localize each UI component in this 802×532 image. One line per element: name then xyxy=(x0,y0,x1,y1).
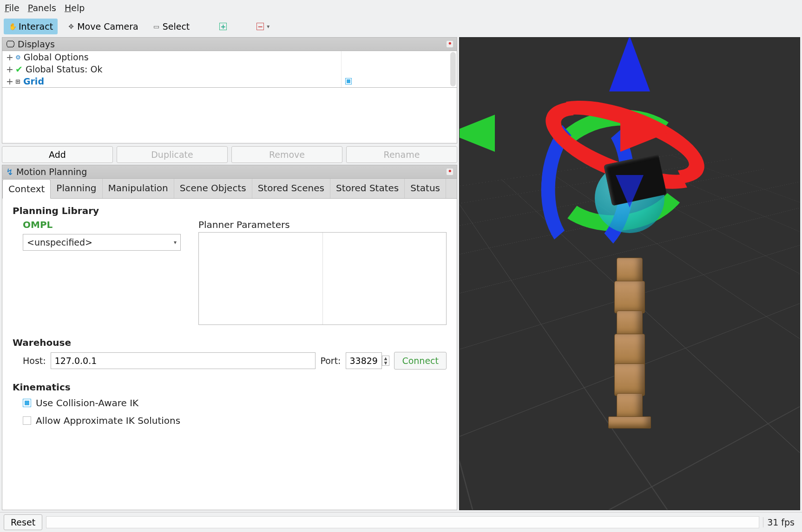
robot-link xyxy=(617,393,643,419)
spinner-buttons[interactable]: ▲▼ xyxy=(382,356,390,366)
motion-planning-header[interactable]: ↯ Motion Planning xyxy=(2,165,457,179)
scrollbar[interactable] xyxy=(450,52,456,86)
warehouse-title: Warehouse xyxy=(13,337,447,348)
chevron-down-icon: ▾ xyxy=(174,239,177,246)
fps-readout: 31 fps xyxy=(763,517,798,527)
tree-row-grid[interactable]: + ⊞ Grid xyxy=(2,75,341,87)
close-icon[interactable] xyxy=(447,41,453,47)
grid-checkbox[interactable] xyxy=(345,78,352,84)
planner-select[interactable]: <unspecified> ▾ xyxy=(23,234,181,251)
tab-status[interactable]: Status xyxy=(405,179,446,198)
warehouse-row: Host: Port: ▲▼ Connect xyxy=(23,352,447,370)
move-camera-label: Move Camera xyxy=(77,21,138,32)
gear-icon: ⚙ xyxy=(15,54,21,61)
kinematics-title: Kinematics xyxy=(13,382,447,393)
select-button[interactable]: ▭ Select xyxy=(148,19,195,34)
chevron-up-icon[interactable]: ▲ xyxy=(382,356,389,361)
check-icon: ✔ xyxy=(15,64,23,74)
tab-manipulation[interactable]: Manipulation xyxy=(103,179,174,198)
select-icon: ▭ xyxy=(152,22,161,31)
3d-viewport[interactable]: ◂ ▸ xyxy=(459,37,800,510)
close-icon[interactable] xyxy=(447,169,453,175)
mp-tabs: Context Planning Manipulation Scene Obje… xyxy=(2,179,457,199)
displays-tree[interactable]: + ⚙ Global Options + ✔ Global Status: Ok… xyxy=(2,51,457,88)
select-label: Select xyxy=(163,21,190,32)
planner-params-title: Planner Parameters xyxy=(198,219,447,230)
plus-icon: + xyxy=(219,23,227,30)
add-button[interactable]: Add xyxy=(2,146,113,163)
translate-arrow-x[interactable] xyxy=(620,115,667,152)
left-column: 🖵 Displays + ⚙ Global Options + ✔ xyxy=(2,37,457,510)
expand-icon[interactable]: + xyxy=(6,64,13,74)
duplicate-button: Duplicate xyxy=(117,146,228,163)
robot-link xyxy=(617,311,643,337)
planner-params-box[interactable] xyxy=(198,232,447,325)
status-bar: Reset 31 fps xyxy=(0,512,802,532)
main-area: 🖵 Displays + ⚙ Global Options + ✔ xyxy=(0,37,802,512)
add-tool-button[interactable]: + xyxy=(215,20,231,33)
tab-context[interactable]: Context xyxy=(2,179,51,199)
port-spinner[interactable]: ▲▼ xyxy=(346,352,390,369)
approx-ik-row[interactable]: Allow Approximate IK Solutions xyxy=(23,415,447,426)
robot-link xyxy=(614,363,645,396)
planning-library-title: Planning Library xyxy=(13,205,447,216)
tab-stored-scenes[interactable]: Stored Scenes xyxy=(252,179,330,198)
status-spacer xyxy=(46,516,759,528)
tree-row-global-options[interactable]: + ⚙ Global Options xyxy=(2,51,341,63)
motion-planning-body: Context Planning Manipulation Scene Obje… xyxy=(2,179,457,510)
remove-button: Remove xyxy=(231,146,342,163)
collision-ik-label: Use Collision-Aware IK xyxy=(36,397,138,409)
approx-ik-label: Allow Approximate IK Solutions xyxy=(36,415,180,426)
displays-description xyxy=(2,88,457,143)
rename-button: Rename xyxy=(346,146,457,163)
chevron-down-icon: ▾ xyxy=(267,23,270,30)
tree-label: Global Options xyxy=(24,52,89,62)
collision-ik-checkbox[interactable] xyxy=(23,399,31,407)
expand-icon[interactable]: + xyxy=(6,76,13,86)
port-input[interactable] xyxy=(346,352,382,369)
motion-planning-title: Motion Planning xyxy=(16,167,87,177)
tab-planning[interactable]: Planning xyxy=(51,179,102,198)
grid-icon: ⊞ xyxy=(15,78,20,85)
menu-panels[interactable]: Panels xyxy=(28,3,56,13)
tree-row-global-status[interactable]: + ✔ Global Status: Ok xyxy=(2,63,341,75)
tree-label: Global Status: Ok xyxy=(26,64,103,74)
host-label: Host: xyxy=(23,356,46,366)
motion-icon: ↯ xyxy=(6,167,13,177)
reset-button[interactable]: Reset xyxy=(4,514,42,530)
tab-scene-objects[interactable]: Scene Objects xyxy=(174,179,252,198)
translate-arrow-y[interactable] xyxy=(459,115,495,152)
remove-tool-button[interactable]: −▾ xyxy=(252,20,274,33)
menu-help[interactable]: Help xyxy=(65,3,85,13)
planning-library-name: OMPL xyxy=(23,219,53,230)
displays-button-row: Add Duplicate Remove Rename xyxy=(2,146,457,163)
interact-label: Interact xyxy=(19,21,53,32)
robot-link xyxy=(614,334,645,366)
menu-bar: File Panels Help xyxy=(0,0,802,16)
expand-icon[interactable]: + xyxy=(6,52,13,62)
displays-panel: 🖵 Displays + ⚙ Global Options + ✔ xyxy=(2,37,457,163)
translate-arrow-z-neg[interactable] xyxy=(616,175,644,208)
menu-file[interactable]: File xyxy=(5,3,20,13)
translate-arrow-z[interactable] xyxy=(609,37,650,91)
host-input[interactable] xyxy=(51,352,316,369)
robot-base xyxy=(608,416,651,428)
interactive-marker[interactable] xyxy=(541,110,718,286)
hand-icon: ✋ xyxy=(8,22,17,31)
tree-label: Grid xyxy=(23,76,44,86)
connect-button[interactable]: Connect xyxy=(394,352,447,370)
tab-stored-states[interactable]: Stored States xyxy=(330,179,405,198)
displays-title: Displays xyxy=(18,39,55,49)
approx-ik-checkbox[interactable] xyxy=(23,416,31,425)
displays-panel-header[interactable]: 🖵 Displays xyxy=(2,37,457,51)
motion-planning-panel: ↯ Motion Planning Context Planning Manip… xyxy=(2,165,457,510)
move-camera-button[interactable]: ✥ Move Camera xyxy=(62,19,143,34)
planner-select-value: <unspecified> xyxy=(27,237,92,247)
port-label: Port: xyxy=(320,356,341,366)
minus-icon: − xyxy=(256,23,264,30)
interact-button[interactable]: ✋ Interact xyxy=(4,19,58,34)
chevron-down-icon[interactable]: ▼ xyxy=(382,361,389,365)
displays-icon: 🖵 xyxy=(6,39,15,49)
collision-ik-row[interactable]: Use Collision-Aware IK xyxy=(23,397,447,409)
toolbar: ✋ Interact ✥ Move Camera ▭ Select + −▾ xyxy=(0,16,802,37)
